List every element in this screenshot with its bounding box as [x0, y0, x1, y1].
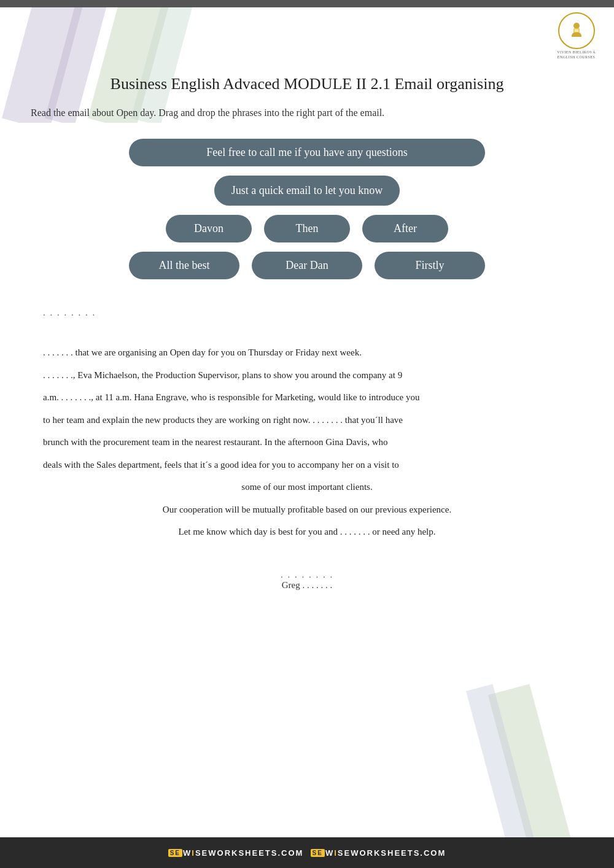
footer-logo-box-2: SE	[311, 849, 325, 857]
email-line-3: a.m. . . . . . . ., at 11 a.m. Hana Engr…	[43, 389, 571, 406]
footer-text: SE W I SEWORKSHEETS.COM SE W I SEWORKSHE…	[168, 848, 446, 858]
phrase-row-4: All the best Dear Dan Firstly	[31, 252, 583, 279]
top-bar	[0, 0, 614, 7]
email-line-2: . . . . . . ., Eva Michaelson, the Produ…	[43, 366, 571, 384]
footer-text-3: W	[325, 848, 334, 858]
phrases-area: Feel free to call me if you have any que…	[31, 139, 583, 279]
footer-text-1: W	[183, 848, 192, 858]
email-signature: Greg . . . . . . .	[31, 580, 583, 591]
phrase-row-2: Just a quick email to let you know	[31, 176, 583, 206]
phrase-pill-then[interactable]: Then	[264, 215, 350, 242]
phrase-pill-davon[interactable]: Davon	[166, 215, 252, 242]
svg-point-0	[573, 23, 580, 29]
logo-area: VIVIEN BIELIKOVÁ ENGLISH COURSES	[557, 12, 596, 60]
logo-circle	[558, 12, 595, 49]
email-line-1: . . . . . . . that we are organising an …	[43, 344, 571, 362]
phrase-pill-feel-free[interactable]: Feel free to call me if you have any que…	[129, 139, 485, 166]
email-dots-1: . . . . . . . .	[43, 304, 571, 322]
email-line-8: Our cooperation will be mutually profita…	[43, 501, 571, 519]
email-line-4: to her team and explain the new products…	[43, 411, 571, 429]
instructions: Read the email about Open day. Drag and …	[31, 106, 583, 120]
phrase-pill-just-quick[interactable]: Just a quick email to let you know	[214, 176, 400, 206]
footer-logo-box-1: SE	[168, 849, 182, 857]
decoration-stripes-bottom-right	[399, 622, 614, 837]
footer-text-4: SEWORKSHEETS.COM	[338, 848, 446, 858]
email-signature-area: . . . . . . . . Greg . . . . . . .	[31, 559, 583, 611]
email-line-7: some of our most important clients.	[43, 478, 571, 496]
email-line-6: deals with the Sales department, feels t…	[43, 456, 571, 474]
logo-text: VIVIEN BIELIKOVÁ ENGLISH COURSES	[557, 50, 596, 60]
email-line-5: brunch with the procurement team in the …	[43, 433, 571, 451]
phrase-pill-all-the-best[interactable]: All the best	[129, 252, 239, 279]
logo-icon	[565, 20, 588, 42]
phrase-pill-firstly[interactable]: Firstly	[375, 252, 485, 279]
phrase-pill-after[interactable]: After	[362, 215, 448, 242]
email-line-9: Let me know which day is best for you an…	[43, 523, 571, 541]
footer: SE W I SEWORKSHEETS.COM SE W I SEWORKSHE…	[0, 837, 614, 868]
page-title: Business English Advaced MODULE II 2.1 E…	[31, 75, 583, 93]
main-content: Business English Advaced MODULE II 2.1 E…	[0, 7, 614, 624]
footer-text-2: SEWORKSHEETS.COM	[195, 848, 303, 858]
phrase-pill-dear-dan[interactable]: Dear Dan	[252, 252, 362, 279]
email-body: . . . . . . . . . . . . . . . that we ar…	[31, 304, 583, 541]
phrase-row-3: Davon Then After	[31, 215, 583, 242]
phrase-row-1: Feel free to call me if you have any que…	[31, 139, 583, 166]
email-bottom-dots: . . . . . . . .	[31, 570, 583, 580]
